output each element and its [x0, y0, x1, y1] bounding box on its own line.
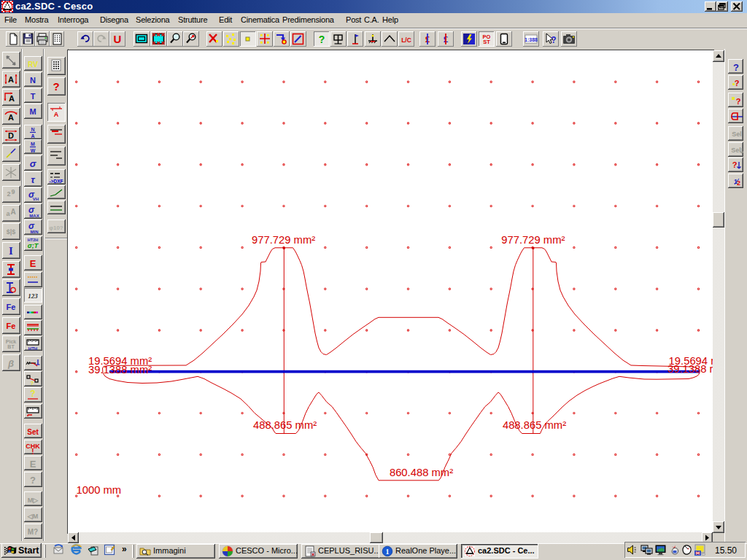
- svg-text:MIN: MIN: [31, 230, 39, 234]
- svg-text:ST: ST: [483, 39, 490, 45]
- svg-text:1000 mm: 1000 mm: [77, 484, 122, 496]
- svg-text:A: A: [31, 133, 34, 139]
- svg-text:977.729 mm²: 977.729 mm²: [501, 234, 565, 246]
- svg-text:Fe: Fe: [7, 322, 16, 330]
- svg-text:$|$: $|$: [7, 228, 16, 236]
- svg-text:Fe: Fe: [7, 303, 16, 311]
- svg-text:M: M: [31, 141, 35, 147]
- svg-text:39.1388 mm²: 39.1388 mm²: [88, 364, 152, 376]
- svg-text:860.488 mm²: 860.488 mm²: [390, 467, 453, 478]
- svg-text:σ;T: σ;T: [28, 242, 39, 249]
- svg-text:L/C: L/C: [401, 36, 411, 44]
- svg-text:488.865 mm²: 488.865 mm²: [253, 419, 317, 431]
- svg-text:?: ?: [736, 97, 741, 106]
- svg-text:123: 123: [28, 292, 38, 300]
- svg-text:->DXF: ->DXF: [50, 179, 63, 184]
- svg-text:A: A: [8, 75, 14, 84]
- svg-text:τ: τ: [31, 174, 35, 185]
- svg-text:A: A: [10, 208, 15, 216]
- svg-text:1:388: 1:388: [525, 37, 538, 42]
- svg-text:9: 9: [11, 188, 15, 195]
- svg-text:2: 2: [7, 190, 10, 198]
- svg-text:Set: Set: [27, 428, 39, 436]
- svg-text:?: ?: [733, 62, 739, 73]
- svg-text:?: ?: [319, 34, 325, 45]
- svg-text:Sel: Sel: [731, 147, 741, 154]
- svg-text:β: β: [7, 358, 14, 369]
- svg-text:I: I: [9, 245, 13, 257]
- svg-text:?: ?: [551, 35, 556, 45]
- svg-text:488.865 mm²: 488.865 mm²: [503, 419, 566, 431]
- svg-text:39.1388 r: 39.1388 r: [667, 363, 713, 375]
- svg-text:!: !: [31, 448, 34, 454]
- svg-text:?: ?: [732, 160, 738, 169]
- svg-text:D: D: [8, 131, 14, 140]
- svg-text:U: U: [114, 33, 122, 45]
- svg-text:HTH: HTH: [28, 346, 37, 350]
- svg-text:M: M: [29, 107, 36, 116]
- svg-text:A: A: [54, 111, 59, 118]
- svg-text:T: T: [31, 92, 36, 101]
- svg-text:A: A: [8, 113, 14, 122]
- svg-text:W: W: [31, 148, 36, 153]
- svg-text:1: 1: [386, 548, 390, 556]
- svg-text:?: ?: [31, 380, 34, 386]
- svg-text:N: N: [31, 127, 34, 132]
- svg-text:φ10?: φ10?: [49, 225, 63, 231]
- svg-text:A: A: [9, 94, 15, 103]
- svg-text:Pick: Pick: [6, 339, 17, 344]
- svg-text:Sel: Sel: [732, 131, 742, 138]
- svg-text:?: ?: [735, 79, 740, 88]
- svg-text:σ: σ: [30, 158, 37, 169]
- svg-text:BT: BT: [7, 344, 15, 349]
- svg-text:?: ?: [30, 475, 36, 486]
- svg-text:E: E: [30, 258, 36, 269]
- svg-text:VH: VH: [33, 197, 39, 201]
- svg-text:M?: M?: [28, 528, 38, 536]
- svg-text:RV: RV: [28, 61, 38, 69]
- svg-text:◁M: ◁M: [27, 513, 38, 520]
- svg-text:?: ?: [53, 80, 59, 93]
- svg-text:M▷: M▷: [28, 497, 39, 504]
- svg-text:977.729 mm²: 977.729 mm²: [252, 234, 315, 246]
- svg-text:?: ?: [30, 389, 35, 399]
- svg-text:E: E: [30, 459, 36, 470]
- svg-text:N: N: [30, 76, 36, 85]
- svg-text:MAX: MAX: [29, 214, 39, 218]
